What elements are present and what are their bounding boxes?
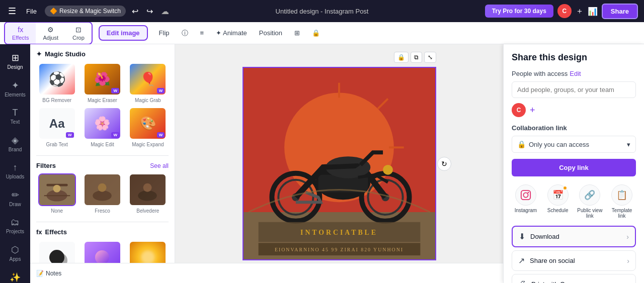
try-pro-button[interactable]: Try Pro for 30 days (485, 5, 553, 18)
save-indicator[interactable]: ☁ (159, 5, 171, 18)
transparency-button[interactable]: ⊞ (289, 26, 305, 40)
list-item[interactable]: 🎈 W Magic Grab (127, 63, 169, 103)
share-icons-row: Instagram 📅 Schedule 🔗 Public view link … (512, 184, 636, 219)
sidebar-item-design[interactable]: ⊞ Design (0, 48, 30, 74)
magic-switch-button[interactable]: 🔶 Resize & Magic Switch (45, 6, 126, 17)
list-item[interactable]: ⚽ BG Remover (36, 63, 77, 103)
grab-text-thumb: Aa W (38, 107, 76, 140)
print-icon: 🖨 (518, 279, 526, 283)
svg-point-3 (53, 185, 60, 193)
w-badge: W (66, 132, 74, 138)
canvas-controls: 🔒 ⧉ ⤡ (394, 52, 436, 63)
schedule-share-item[interactable]: 📅 Schedule (544, 184, 572, 219)
w-badge: W (157, 132, 165, 138)
sidebar-item-brand[interactable]: ◈ Brand (0, 131, 30, 156)
sidebar-item-elements[interactable]: ✦ Elements (0, 76, 30, 102)
copy-link-button[interactable]: Copy link (512, 159, 636, 176)
public-view-item[interactable]: 🔗 Public view link (576, 184, 604, 219)
see-all-button[interactable]: See all (150, 162, 169, 169)
print-option[interactable]: 🖨 Print with Canva › (512, 274, 636, 283)
instagram-icon (515, 184, 536, 206)
filters-grid: None Fresco (36, 173, 169, 214)
svg-point-33 (528, 192, 529, 194)
collab-link-label: Collaboration link (512, 124, 636, 132)
svg-point-10 (143, 183, 152, 192)
download-icon: ⬇ (519, 232, 525, 241)
magic-expand-thumb: 🎨 W (129, 107, 167, 140)
add-user-button[interactable]: + (530, 105, 535, 116)
animate-button[interactable]: ✦ Animate (211, 26, 252, 40)
effects-tool[interactable]: fx Effects (5, 23, 36, 44)
notes-icon: 📝 (36, 270, 44, 277)
list-item[interactable]: 🌸 W Magic Edit (82, 107, 123, 147)
chevron-right-icon: › (626, 233, 629, 241)
w-badge: W (157, 88, 165, 93)
duplicate-canvas-button[interactable]: ⧉ (411, 52, 422, 63)
template-link-item[interactable]: 📋 Template link (608, 184, 636, 219)
svg-point-32 (523, 193, 528, 197)
canvas-frame[interactable]: INTORCIATBLE EIONVARNINO 45 99 ZIRAI 820… (243, 67, 436, 260)
tool-group: fx Effects ⚙ Adjust ⊡ Crop (4, 22, 93, 45)
top-bar: ☰ File 🔶 Resize & Magic Switch ↩ ↪ ☁ Unt… (0, 0, 644, 22)
filters-header: Filters See all (36, 162, 169, 169)
sidebar-item-draw[interactable]: ✏ Draw (0, 185, 30, 211)
lock-button[interactable]: 🔒 (307, 26, 325, 40)
sidebar-item-uploads[interactable]: ↑ Uploads (0, 158, 30, 183)
flip-button[interactable]: Flip (154, 26, 175, 40)
left-sidebar: ⊞ Design ✦ Elements T Text ◈ Brand ↑ Upl… (0, 44, 30, 283)
refresh-button[interactable]: ↻ (437, 157, 451, 171)
list-item[interactable]: Belvedere (127, 173, 169, 214)
adjust-icon: ⚙ (47, 26, 54, 34)
undo-button[interactable]: ↩ (130, 5, 140, 18)
sidebar-item-text[interactable]: T Text (0, 104, 30, 129)
collab-dropdown[interactable]: 🔒 Only you can access ▾ (512, 136, 636, 153)
people-input[interactable] (512, 81, 636, 98)
svg-point-26 (383, 165, 393, 175)
effects-fx-icon: fx (36, 228, 42, 236)
lock-icon: 🔒 (517, 140, 526, 148)
notes-button[interactable]: 📝 Notes (36, 270, 61, 277)
adjust-tool[interactable]: ⚙ Adjust (36, 23, 65, 44)
magic-eraser-thumb: 🌺 W (84, 63, 121, 96)
share-panel-title: Share this design (512, 52, 636, 63)
list-item[interactable]: 🎨 W Magic Expand (127, 107, 169, 147)
filter-belvedere-thumb (129, 173, 167, 206)
sidebar-item-magic-media[interactable]: ✨ Magic Med... (0, 268, 30, 283)
schedule-icon: 📅 (547, 184, 569, 206)
menu-button[interactable]: ☰ (6, 4, 18, 19)
magic-edit-thumb: 🌸 W (84, 107, 121, 140)
invite-plus-button[interactable]: ＋ (576, 6, 584, 17)
canvas-container: 🔒 ⧉ ⤡ (243, 67, 436, 260)
list-item[interactable]: Fresco (82, 173, 123, 214)
share-button[interactable]: Share (602, 4, 638, 19)
instagram-share-item[interactable]: Instagram (512, 184, 540, 219)
chevron-down-icon: ▾ (627, 141, 630, 148)
file-button[interactable]: File (22, 6, 41, 17)
list-item[interactable]: 🌺 W Magic Eraser (82, 63, 123, 103)
edit-access-link[interactable]: Edit (570, 70, 581, 77)
topbar-right: Try Pro for 30 days C ＋ 📊 Share (485, 4, 638, 19)
magic-icon: 🔶 (50, 8, 57, 15)
lines-button[interactable]: ≡ (195, 26, 209, 40)
crop-tool[interactable]: ⊡ Crop (65, 23, 92, 44)
draw-icon: ✏ (12, 190, 19, 201)
w-badge: W (111, 88, 119, 93)
share-social-option[interactable]: ↗ Share on social › (512, 250, 636, 271)
divider (36, 155, 169, 156)
sidebar-item-apps[interactable]: ⬡ Apps (0, 240, 30, 266)
magic-studio-section: ✦ Magic Studio (36, 50, 169, 58)
download-option[interactable]: ⬇ Download › (512, 226, 636, 247)
document-title: Untitled design - Instagram Post (276, 8, 369, 15)
position-button[interactable]: Position (254, 26, 287, 40)
info-button[interactable]: ⓘ (177, 26, 193, 41)
activity-button[interactable]: 📊 (588, 7, 598, 16)
user-avatar: C (512, 103, 526, 117)
expand-canvas-button[interactable]: ⤡ (424, 52, 436, 63)
sidebar-item-projects[interactable]: 🗂 Projects (0, 213, 30, 238)
edit-image-button[interactable]: Edit image (99, 25, 148, 41)
magic-studio-icon: ✦ (36, 50, 42, 58)
lock-canvas-button[interactable]: 🔒 (394, 52, 409, 63)
redo-button[interactable]: ↪ (144, 5, 155, 18)
list-item[interactable]: None (36, 173, 77, 214)
list-item[interactable]: Aa W Grab Text (36, 107, 77, 147)
